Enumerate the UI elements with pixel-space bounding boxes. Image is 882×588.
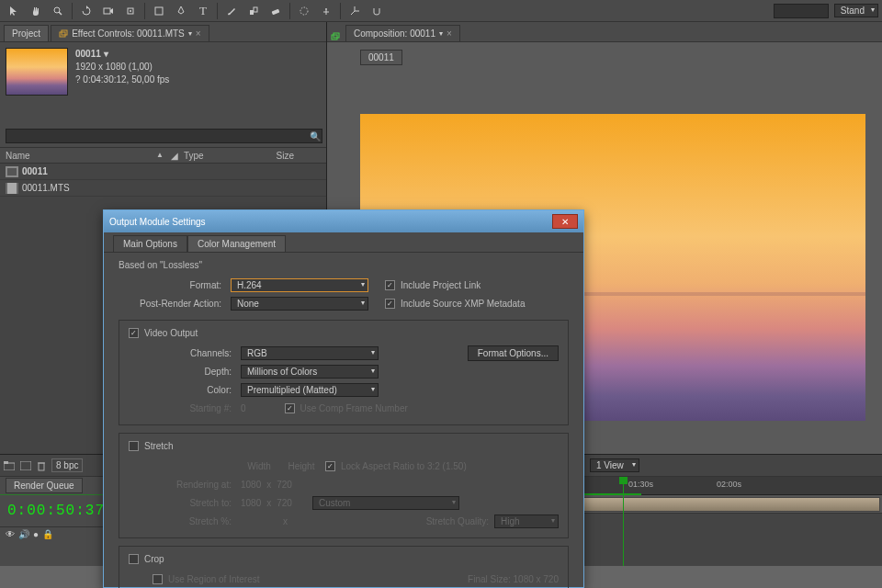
stretch-preset-dropdown: Custom xyxy=(312,496,459,510)
svg-rect-7 xyxy=(254,7,257,12)
tab-color-management[interactable]: Color Management xyxy=(187,235,286,252)
toolbar-search-input[interactable] xyxy=(774,4,829,18)
clone-tool-icon[interactable] xyxy=(243,2,264,20)
close-icon[interactable]: × xyxy=(447,28,452,39)
tab-main-options[interactable]: Main Options xyxy=(113,235,187,252)
tab-composition[interactable]: Composition: 00011 ▾ × xyxy=(345,25,460,41)
lock-switch-icon[interactable]: 🔒 xyxy=(42,529,53,539)
svg-point-4 xyxy=(130,10,131,12)
include-xmp-checkbox[interactable]: ✓ xyxy=(385,299,395,309)
output-module-settings-dialog: Output Module Settings ✕ Main Options Co… xyxy=(103,209,584,588)
composition-name-button[interactable]: 00011 xyxy=(360,50,402,65)
rotation-tool-icon[interactable] xyxy=(76,2,96,20)
format-dropdown[interactable]: H.264 xyxy=(231,278,368,292)
bin-icon[interactable] xyxy=(4,461,15,470)
starting-number-field: 0 xyxy=(241,403,246,413)
video-output-checkbox[interactable]: ✓ xyxy=(129,328,139,338)
use-comp-frame-checkbox: ✓ xyxy=(285,403,295,413)
project-item-footage[interactable]: 00011.MTS xyxy=(0,180,326,197)
layers-icon xyxy=(59,29,68,39)
post-render-action-dropdown[interactable]: None xyxy=(231,297,368,311)
zoom-tool-icon[interactable] xyxy=(48,2,68,20)
eraser-tool-icon[interactable] xyxy=(266,2,286,20)
svg-rect-28 xyxy=(39,463,44,470)
project-item-composition[interactable]: 00011 xyxy=(0,164,326,180)
dialog-close-button[interactable]: ✕ xyxy=(552,214,578,229)
solo-switch-icon[interactable]: ● xyxy=(33,529,39,539)
composition-tabs: Composition: 00011 ▾ × xyxy=(327,22,882,42)
selection-tool-icon[interactable] xyxy=(4,2,24,20)
local-axis-icon[interactable] xyxy=(345,2,365,20)
brush-tool-icon[interactable] xyxy=(221,2,242,20)
puppet-tool-icon[interactable] xyxy=(316,2,336,20)
svg-rect-20 xyxy=(6,183,18,194)
svg-rect-5 xyxy=(155,7,163,15)
audio-switch-icon[interactable]: 🔊 xyxy=(18,529,29,539)
main-toolbar: T Stand xyxy=(0,0,882,22)
close-icon[interactable]: × xyxy=(196,28,201,39)
svg-rect-2 xyxy=(104,8,110,14)
workspace-dropdown[interactable]: Stand xyxy=(834,4,878,17)
rotobrush-tool-icon[interactable] xyxy=(294,2,314,20)
layers-icon xyxy=(331,32,340,41)
lock-aspect-checkbox: ✓ xyxy=(325,461,335,471)
svg-rect-8 xyxy=(272,8,280,14)
camera-tool-icon[interactable] xyxy=(98,2,119,20)
sort-arrow-icon[interactable]: ▲ xyxy=(156,151,164,161)
pan-behind-tool-icon[interactable] xyxy=(120,2,141,20)
left-panel-tabs: Project Effect Controls: 00011.MTS ▾ × xyxy=(0,22,326,42)
playhead[interactable] xyxy=(623,477,624,566)
dialog-titlebar[interactable]: Output Module Settings ✕ xyxy=(104,210,583,232)
search-icon: 🔍 xyxy=(310,131,321,141)
composition-info: 00011 ▾ 1920 x 1080 (1,00) ? 0:04:30:12,… xyxy=(75,48,169,119)
svg-rect-21 xyxy=(6,183,7,194)
svg-rect-19 xyxy=(7,168,17,175)
rectangle-tool-icon[interactable] xyxy=(149,2,169,20)
svg-rect-6 xyxy=(250,10,254,15)
svg-point-9 xyxy=(300,7,308,15)
footage-icon xyxy=(6,183,18,194)
svg-rect-27 xyxy=(20,461,31,470)
color-depth-button[interactable]: 8 bpc xyxy=(51,458,83,472)
composition-icon xyxy=(6,166,18,177)
svg-rect-26 xyxy=(4,461,8,464)
stretch-checkbox[interactable] xyxy=(129,441,139,451)
pen-tool-icon[interactable] xyxy=(171,2,191,20)
video-switch-icon[interactable]: 👁 xyxy=(6,529,15,539)
based-on-label: Based on "Lossless" xyxy=(119,260,569,270)
roi-checkbox xyxy=(153,574,163,584)
tab-project[interactable]: Project xyxy=(4,25,49,41)
tab-effect-controls[interactable]: Effect Controls: 00011.MTS ▾ × xyxy=(51,25,209,41)
hand-tool-icon[interactable] xyxy=(26,2,46,20)
views-dropdown[interactable]: 1 View xyxy=(590,458,639,472)
new-comp-icon[interactable] xyxy=(20,461,31,470)
color-dropdown[interactable]: Premultiplied (Matted) xyxy=(241,383,379,397)
svg-line-1 xyxy=(59,12,62,15)
composition-thumbnail[interactable] xyxy=(6,48,68,96)
svg-rect-25 xyxy=(4,463,15,470)
stretch-quality-dropdown: High xyxy=(494,514,559,528)
channels-dropdown[interactable]: RGB xyxy=(241,346,379,360)
crop-checkbox[interactable] xyxy=(129,554,139,564)
label-column-icon[interactable]: ◢ xyxy=(171,151,184,161)
format-options-button[interactable]: Format Options... xyxy=(468,345,559,361)
project-column-headers: Name▲ ◢ Type Size xyxy=(0,147,326,164)
depth-dropdown[interactable]: Millions of Colors xyxy=(241,365,379,379)
tab-render-queue[interactable]: Render Queue xyxy=(6,478,83,493)
text-tool-icon[interactable]: T xyxy=(193,2,213,20)
trash-icon[interactable] xyxy=(37,460,46,471)
svg-line-15 xyxy=(351,11,355,15)
project-search-input[interactable] xyxy=(6,129,322,143)
include-project-link-checkbox[interactable]: ✓ xyxy=(385,280,395,290)
svg-point-10 xyxy=(325,8,327,10)
svg-rect-22 xyxy=(17,183,18,194)
snap-icon[interactable] xyxy=(367,2,387,20)
